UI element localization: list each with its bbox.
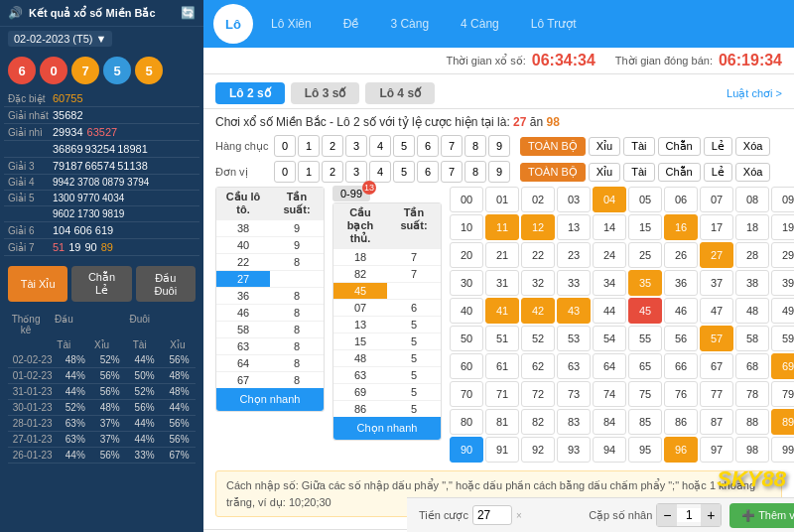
grid-cell-10[interactable]: 10 <box>450 214 483 240</box>
btn-chan-1[interactable]: Chẵn <box>658 137 701 156</box>
btn-xoa-1[interactable]: Xóa <box>735 137 771 156</box>
grid-cell-07[interactable]: 07 <box>700 187 733 212</box>
filter-dv-0[interactable]: 0 <box>274 161 296 183</box>
grid-cell-25[interactable]: 25 <box>628 242 662 268</box>
grid-cell-33[interactable]: 33 <box>557 270 591 296</box>
grid-cell-09[interactable]: 09 <box>771 187 794 212</box>
grid-cell-38[interactable]: 38 <box>735 270 769 296</box>
filter-dv-3[interactable]: 3 <box>345 161 367 183</box>
grid-cell-16[interactable]: 16 <box>664 214 698 240</box>
grid-cell-62[interactable]: 62 <box>521 353 555 379</box>
grid-cell-36[interactable]: 36 <box>664 270 698 296</box>
grid-cell-66[interactable]: 66 <box>664 353 698 379</box>
grid-cell-03[interactable]: 03 <box>557 187 591 212</box>
tab-3-cang[interactable]: 3 Càng <box>376 9 443 39</box>
grid-cell-74[interactable]: 74 <box>593 381 626 407</box>
grid-cell-73[interactable]: 73 <box>557 381 591 407</box>
grid-cell-70[interactable]: 70 <box>450 381 483 407</box>
tab-lo-truot[interactable]: Lô Trượt <box>517 9 591 39</box>
grid-cell-02[interactable]: 02 <box>521 187 555 212</box>
grid-cell-43[interactable]: 43 <box>557 298 591 324</box>
sound-icon[interactable]: 🔊 <box>8 6 23 20</box>
grid-cell-54[interactable]: 54 <box>593 326 626 351</box>
refresh-icon[interactable]: 🔄 <box>181 6 196 20</box>
stepper-minus[interactable]: − <box>657 504 677 526</box>
btn-xiu-2[interactable]: Xỉu <box>589 163 620 182</box>
grid-cell-96[interactable]: 96 <box>664 437 698 463</box>
grid-cell-68[interactable]: 68 <box>735 353 769 379</box>
grid-cell-26[interactable]: 26 <box>664 242 698 268</box>
grid-cell-98[interactable]: 98 <box>735 437 769 463</box>
grid-cell-21[interactable]: 21 <box>485 242 519 268</box>
btn-tai-1[interactable]: Tài <box>623 137 654 156</box>
grid-cell-55[interactable]: 55 <box>628 326 662 351</box>
chon-nhanh-bach-thu[interactable]: Chọn nhanh <box>333 417 441 440</box>
filter-dv-5[interactable]: 5 <box>393 161 415 183</box>
grid-cell-95[interactable]: 95 <box>628 437 662 463</box>
grid-cell-72[interactable]: 72 <box>521 381 555 407</box>
grid-cell-90[interactable]: 90 <box>450 437 483 463</box>
grid-cell-75[interactable]: 75 <box>628 381 662 407</box>
filter-dv-7[interactable]: 7 <box>441 161 463 183</box>
grid-cell-58[interactable]: 58 <box>735 326 769 351</box>
grid-cell-61[interactable]: 61 <box>485 353 519 379</box>
grid-cell-18[interactable]: 18 <box>735 214 769 240</box>
filter-num-0[interactable]: 0 <box>274 135 296 157</box>
dau-duoi-button[interactable]: Đầu Đuôi <box>136 266 196 302</box>
grid-cell-64[interactable]: 64 <box>593 353 626 379</box>
filter-dv-6[interactable]: 6 <box>417 161 439 183</box>
grid-cell-67[interactable]: 67 <box>700 353 733 379</box>
grid-cell-88[interactable]: 88 <box>735 409 769 435</box>
btn-xoa-2[interactable]: Xóa <box>735 163 771 182</box>
filter-dv-2[interactable]: 2 <box>322 161 343 183</box>
date-selector[interactable]: 02-02-2023 (T5) ▼ <box>8 31 112 47</box>
grid-cell-31[interactable]: 31 <box>485 270 519 296</box>
grid-cell-71[interactable]: 71 <box>485 381 519 407</box>
filter-num-9[interactable]: 9 <box>488 135 510 157</box>
filter-num-7[interactable]: 7 <box>441 135 463 157</box>
add-to-ticket-button[interactable]: ➕ Thêm vào phiếu cược <box>729 503 794 528</box>
grid-cell-53[interactable]: 53 <box>557 326 591 351</box>
grid-cell-82[interactable]: 82 <box>521 409 555 435</box>
stepper-value[interactable] <box>677 508 701 522</box>
grid-cell-99[interactable]: 99 <box>771 437 794 463</box>
grid-cell-63[interactable]: 63 <box>557 353 591 379</box>
grid-cell-97[interactable]: 97 <box>700 437 733 463</box>
luat-choi-link[interactable]: Luật chơi > <box>727 87 782 100</box>
grid-cell-94[interactable]: 94 <box>593 437 626 463</box>
btn-le-2[interactable]: Lẻ <box>704 163 732 182</box>
grid-cell-37[interactable]: 37 <box>700 270 733 296</box>
sub-tab-lo-4-so[interactable]: Lô 4 số <box>365 82 435 104</box>
grid-cell-85[interactable]: 85 <box>628 409 662 435</box>
grid-cell-32[interactable]: 32 <box>521 270 555 296</box>
sub-tab-lo-2-so[interactable]: Lô 2 số <box>215 82 285 104</box>
grid-cell-57[interactable]: 57 <box>700 326 733 351</box>
grid-cell-46[interactable]: 46 <box>664 298 698 324</box>
filter-num-8[interactable]: 8 <box>464 135 486 157</box>
btn-chan-2[interactable]: Chẵn <box>658 163 701 182</box>
filter-dv-1[interactable]: 1 <box>298 161 320 183</box>
grid-cell-77[interactable]: 77 <box>700 381 733 407</box>
grid-cell-01[interactable]: 01 <box>485 187 519 212</box>
grid-cell-05[interactable]: 05 <box>628 187 662 212</box>
tab-de[interactable]: Đề <box>330 9 373 39</box>
grid-cell-14[interactable]: 14 <box>593 214 626 240</box>
grid-cell-49[interactable]: 49 <box>771 298 794 324</box>
grid-cell-08[interactable]: 08 <box>735 187 769 212</box>
grid-cell-34[interactable]: 34 <box>593 270 626 296</box>
btn-toan-bo-1[interactable]: TOÀN BỘ <box>520 137 586 156</box>
grid-cell-15[interactable]: 15 <box>628 214 662 240</box>
grid-cell-12[interactable]: 12 <box>521 214 555 240</box>
grid-cell-20[interactable]: 20 <box>450 242 483 268</box>
grid-cell-29[interactable]: 29 <box>771 242 794 268</box>
grid-cell-19[interactable]: 19 <box>771 214 794 240</box>
grid-cell-91[interactable]: 91 <box>485 437 519 463</box>
grid-cell-56[interactable]: 56 <box>664 326 698 351</box>
grid-cell-27[interactable]: 27 <box>700 242 733 268</box>
grid-cell-80[interactable]: 80 <box>450 409 483 435</box>
stepper-plus[interactable]: + <box>701 504 721 526</box>
chan-le-button[interactable]: Chẵn Lẻ <box>71 266 131 302</box>
grid-cell-47[interactable]: 47 <box>700 298 733 324</box>
grid-cell-86[interactable]: 86 <box>664 409 698 435</box>
grid-cell-81[interactable]: 81 <box>485 409 519 435</box>
